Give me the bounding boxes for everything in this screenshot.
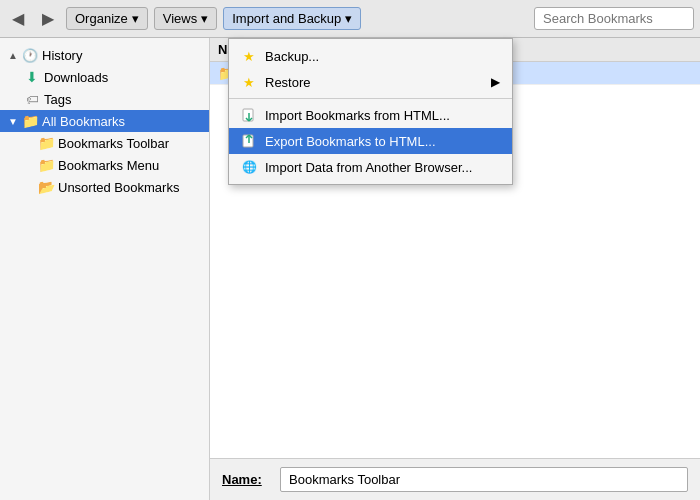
expand-arrow-all-bookmarks: ▼ (8, 116, 18, 127)
sidebar-label-history: History (42, 48, 82, 63)
sidebar: ▲ 🕐 History ⬇ Downloads 🏷 Tags ▼ 📁 All B… (0, 38, 210, 500)
restore-arrow-icon: ▶ (491, 75, 500, 89)
all-bookmarks-icon: 📁 (22, 113, 38, 129)
back-button[interactable]: ◀ (6, 6, 30, 31)
expand-arrow-history: ▲ (8, 50, 18, 61)
sidebar-label-bookmarks-menu: Bookmarks Menu (58, 158, 159, 173)
import-backup-button[interactable]: Import and Backup ▾ (223, 7, 361, 30)
sidebar-item-unsorted-bookmarks[interactable]: 📂 Unsorted Bookmarks (16, 176, 209, 198)
name-input[interactable] (280, 467, 688, 492)
sidebar-label-bookmarks-toolbar: Bookmarks Toolbar (58, 136, 169, 151)
menu-item-import-html[interactable]: Import Bookmarks from HTML... (229, 102, 512, 128)
import-backup-dropdown: ★ Backup... ★ Restore ▶ Import Bookmarks… (228, 38, 513, 185)
restore-icon: ★ (241, 74, 257, 90)
sidebar-label-downloads: Downloads (44, 70, 108, 85)
tags-icon: 🏷 (24, 91, 40, 107)
name-footer: Name: (210, 458, 700, 500)
menu-item-export-html[interactable]: Export Bookmarks to HTML... (229, 128, 512, 154)
import-browser-label: Import Data from Another Browser... (265, 160, 472, 175)
backup-icon: ★ (241, 48, 257, 64)
menu-item-backup[interactable]: ★ Backup... (229, 43, 512, 69)
forward-button[interactable]: ▶ (36, 6, 60, 31)
backup-label: Backup... (265, 49, 319, 64)
bookmarks-toolbar-icon: 📁 (38, 135, 54, 151)
name-label: Name: (222, 472, 272, 487)
history-icon: 🕐 (22, 47, 38, 63)
menu-item-restore[interactable]: ★ Restore ▶ (229, 69, 512, 95)
sidebar-label-unsorted-bookmarks: Unsorted Bookmarks (58, 180, 179, 195)
bookmarks-menu-icon: 📁 (38, 157, 54, 173)
sidebar-item-all-bookmarks[interactable]: ▼ 📁 All Bookmarks (0, 110, 209, 132)
views-arrow-icon: ▾ (201, 11, 208, 26)
views-button[interactable]: Views ▾ (154, 7, 217, 30)
downloads-icon: ⬇ (24, 69, 40, 85)
menu-item-import-browser[interactable]: 🌐 Import Data from Another Browser... (229, 154, 512, 180)
sidebar-item-bookmarks-menu[interactable]: 📁 Bookmarks Menu (16, 154, 209, 176)
import-backup-arrow-icon: ▾ (345, 11, 352, 26)
import-html-icon (241, 107, 257, 123)
import-backup-label: Import and Backup (232, 11, 341, 26)
sidebar-item-tags[interactable]: 🏷 Tags (16, 88, 209, 110)
organize-button[interactable]: Organize ▾ (66, 7, 148, 30)
sidebar-label-all-bookmarks: All Bookmarks (42, 114, 125, 129)
menu-separator-1 (229, 98, 512, 99)
organize-label: Organize (75, 11, 128, 26)
export-html-icon (241, 133, 257, 149)
export-html-label: Export Bookmarks to HTML... (265, 134, 436, 149)
unsorted-bookmarks-icon: 📂 (38, 179, 54, 195)
sidebar-item-history[interactable]: ▲ 🕐 History (0, 44, 209, 66)
views-label: Views (163, 11, 197, 26)
sidebar-label-tags: Tags (44, 92, 71, 107)
toolbar: ◀ ▶ Organize ▾ Views ▾ Import and Backup… (0, 0, 700, 38)
sidebar-item-downloads[interactable]: ⬇ Downloads (16, 66, 209, 88)
search-input[interactable] (534, 7, 694, 30)
import-html-label: Import Bookmarks from HTML... (265, 108, 450, 123)
restore-label: Restore (265, 75, 311, 90)
organize-arrow-icon: ▾ (132, 11, 139, 26)
import-browser-icon: 🌐 (241, 159, 257, 175)
sidebar-item-bookmarks-toolbar[interactable]: 📁 Bookmarks Toolbar (16, 132, 209, 154)
